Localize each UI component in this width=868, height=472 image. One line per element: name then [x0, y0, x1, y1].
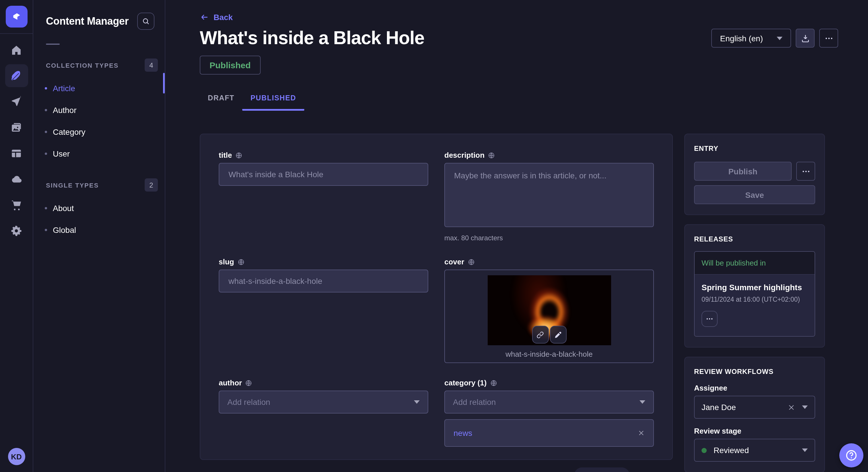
user-avatar[interactable]: KD [8, 448, 25, 465]
header-more-button[interactable] [819, 29, 838, 47]
category-relation-select[interactable]: Add relation [444, 391, 654, 413]
sidebar-item-user[interactable]: User [33, 143, 165, 165]
settings-nav-button[interactable] [5, 219, 28, 242]
home-nav-button[interactable] [5, 38, 28, 61]
review-stage-label: Review stage [694, 427, 815, 435]
sidebar-item-about[interactable]: About [33, 197, 165, 219]
help-button[interactable] [839, 443, 863, 467]
app-window: KD Content Manager COLLECTION TYPES 4 Ar… [0, 0, 868, 472]
i18n-globe-icon [488, 152, 495, 159]
search-button[interactable] [137, 12, 154, 30]
status-badge: Published [200, 56, 260, 74]
sidebar-item-label: User [53, 149, 70, 158]
release-name: Spring Summer highlights [702, 283, 808, 292]
section-label: COLLECTION TYPES [46, 62, 119, 69]
release-more-button[interactable] [702, 311, 718, 327]
locale-value: English (en) [720, 34, 763, 43]
field-category-label: category (1) [444, 379, 487, 387]
more-horizontal-icon [706, 315, 714, 323]
sidebar-item-author[interactable]: Author [33, 99, 165, 121]
save-button[interactable]: Save [694, 185, 815, 204]
field-cover-label: cover [444, 258, 464, 266]
bullet-icon [45, 109, 47, 111]
clear-assignee-icon[interactable] [787, 403, 795, 411]
tab-published[interactable]: PUBLISHED [243, 94, 304, 111]
assignee-label: Assignee [694, 384, 815, 392]
page-title: What's inside a Black Hole [200, 28, 424, 49]
field-cover: cover [444, 258, 654, 363]
description-textarea[interactable]: Maybe the answer is in this article, or … [444, 163, 654, 227]
i18n-globe-icon [237, 259, 244, 266]
review-workflows-heading: REVIEW WORKFLOWS [694, 368, 815, 376]
author-relation-select[interactable]: Add relation [219, 391, 428, 413]
remove-relation-icon[interactable] [638, 430, 645, 436]
review-stage-select[interactable]: Reviewed [694, 439, 815, 462]
field-author-label: author [219, 379, 242, 387]
cover-filename: what-s-inside-a-black-hole [445, 350, 653, 359]
content-manager-nav-button[interactable] [5, 64, 28, 87]
i18n-globe-icon [245, 380, 252, 386]
title-input[interactable] [219, 163, 428, 186]
relation-link-news[interactable]: news [454, 429, 472, 438]
collection-types-count-badge: 4 [145, 59, 158, 72]
link-icon [536, 331, 544, 339]
entry-more-button[interactable] [796, 162, 815, 181]
single-types-count-badge: 2 [145, 178, 158, 192]
home-icon [10, 44, 22, 56]
slug-input[interactable] [219, 270, 428, 293]
search-icon [142, 17, 150, 25]
cover-actions [532, 326, 566, 343]
active-item-indicator [163, 73, 165, 94]
tab-draft[interactable]: DRAFT [200, 94, 243, 111]
bullet-icon [45, 87, 47, 90]
bullet-icon [45, 131, 47, 133]
gear-icon [10, 225, 22, 237]
scroll-peek-element [574, 467, 630, 472]
release-date: 09/11/2024 at 16:00 (UTC+02:00) [702, 296, 808, 303]
pencil-icon [554, 331, 562, 339]
marketplace-nav-button[interactable] [5, 193, 28, 216]
releases-panel-heading: RELEASES [694, 235, 815, 243]
field-slug: slug [219, 258, 428, 363]
chevron-down-icon [777, 36, 782, 40]
sidebar-item-label: Category [53, 127, 86, 136]
sidebar-item-global[interactable]: Global [33, 219, 165, 241]
collection-types-section: COLLECTION TYPES 4 Article Author Catego… [33, 59, 165, 165]
review-stage-value: Reviewed [714, 446, 795, 455]
bullet-icon [45, 229, 47, 231]
assignee-select[interactable]: Jane Doe [694, 396, 815, 419]
rail-menu [5, 38, 28, 242]
cloud-nav-button[interactable] [5, 167, 28, 191]
publish-button[interactable]: Publish [694, 162, 792, 181]
sidebar-item-article[interactable]: Article [33, 77, 165, 99]
cloud-icon [10, 173, 22, 185]
field-title: title [219, 151, 428, 242]
sidebar-title: Content Manager [46, 15, 129, 27]
locale-select[interactable]: English (en) [712, 29, 791, 47]
field-category: category (1) Add relation news [444, 379, 654, 447]
shopping-cart-icon [10, 199, 22, 211]
version-tabs: DRAFT PUBLISHED [200, 94, 838, 111]
releases-panel: RELEASES Will be published in Spring Sum… [684, 224, 825, 347]
releases-nav-button[interactable] [5, 90, 28, 113]
cover-copy-link-button[interactable] [532, 326, 549, 343]
export-button[interactable] [796, 29, 815, 47]
main-content: Back What's inside a Black Hole English … [165, 0, 868, 472]
author-relation-placeholder: Add relation [227, 398, 270, 407]
cover-edit-button[interactable] [550, 326, 566, 343]
sidebar-divider [46, 43, 60, 45]
sidebar-item-category[interactable]: Category [33, 121, 165, 143]
i18n-globe-icon [490, 380, 497, 386]
back-link[interactable]: Back [200, 12, 233, 22]
media-library-nav-button[interactable] [5, 116, 28, 139]
content-type-builder-nav-button[interactable] [5, 142, 28, 165]
arrow-left-icon [200, 12, 209, 22]
release-card: Will be published in Spring Summer highl… [694, 251, 815, 337]
content-manager-sidebar: Content Manager COLLECTION TYPES 4 Artic… [33, 0, 165, 472]
field-description-label: description [444, 151, 485, 160]
field-description: description Maybe the answer is in this … [444, 151, 654, 242]
strapi-logo[interactable] [5, 6, 27, 28]
paper-plane-icon [10, 96, 22, 107]
media-images-icon [10, 121, 22, 133]
chevron-down-icon [802, 405, 808, 409]
